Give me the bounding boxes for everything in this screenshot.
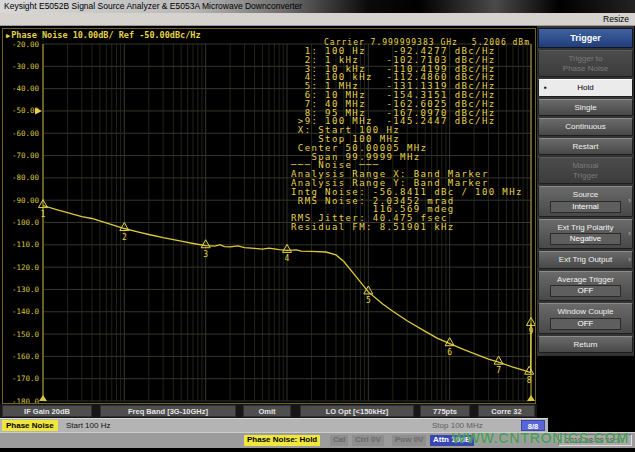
softkey-restart[interactable]: Restart (538, 138, 633, 156)
watermark: www.cntronics.com (452, 430, 629, 446)
softkey-label: Window Couple (541, 307, 630, 317)
softkey-label: Hold (541, 83, 630, 93)
softkey-trigger-to-phase-noise: Trigger toPhase Noise (538, 50, 633, 77)
softkey-value: OFF (550, 285, 621, 297)
trace-marker-8[interactable]: 8 (525, 366, 534, 385)
softkey-value: Internal (550, 201, 621, 213)
status-segment-corre-32: Corre 32 (478, 405, 535, 417)
svg-text:7: 7 (496, 366, 501, 375)
instrument-screen: -20.00-30.00-40.00-50.00-60.00-70.00-80.… (0, 26, 635, 452)
selected-bullet-icon: ▪ (544, 83, 547, 92)
marker-info-readout: 1: 100 Hz -92.4277 dBc/Hz 2: 1 kHz -102.… (291, 47, 523, 232)
sweep-stop-label: Stop 100 MHz (432, 421, 483, 430)
submenu-arrow-icon: › (628, 196, 631, 205)
softkey-hold[interactable]: ▪Hold (538, 79, 633, 97)
status-segment-775pts: 775pts (420, 405, 470, 417)
window-title: Keysight E5052B Signal Source Analyzer &… (4, 1, 302, 11)
softkey-continuous[interactable]: Continuous (538, 118, 633, 136)
power-voltage-indicator: Pow 0V (392, 435, 426, 446)
softkey-ext-trig-polarity[interactable]: Ext Trig PolarityNegative› (538, 219, 633, 250)
window-titlebar[interactable]: Keysight E5052B Signal Source Analyzer &… (0, 0, 635, 13)
softkey-ext-trig-output[interactable]: Ext Trig Output› (538, 251, 633, 269)
softkey-label: Phase Noise (541, 64, 630, 74)
softkey-label: Ext Trig Output (541, 255, 630, 265)
svg-text:2: 2 (122, 233, 127, 242)
softkey-average-trigger[interactable]: Average TriggerOFF (538, 271, 633, 302)
softkey-value: Negative (550, 233, 621, 245)
svg-text:3: 3 (203, 250, 208, 259)
softkey-label: Single (541, 103, 630, 113)
status-segment-lo-opt-150khz: LO Opt [<150kHz] (300, 405, 414, 417)
softkey-label: Trigger (541, 171, 630, 181)
softkey-single[interactable]: Single (538, 99, 633, 117)
ctrl-voltage-indicator: Ctrl 0V (352, 435, 384, 446)
softkey-manual-trigger: ManualTrigger (538, 157, 633, 184)
softkey-label: Continuous (541, 122, 630, 132)
softkey-label: Source (541, 190, 630, 200)
trace-scale-label: Phase Noise 10.00dB/ Ref -50.00dBc/Hz (11, 30, 200, 40)
softkey-source[interactable]: SourceInternal› (538, 186, 633, 217)
y-axis-tick: -110.0 (12, 240, 40, 249)
softkey-label: Return (541, 340, 630, 350)
measurement-mode-badge[interactable]: Phase Noise (2, 420, 58, 431)
y-axis-tick: -130.0 (12, 285, 40, 294)
softkey-label: Manual (541, 161, 630, 171)
submenu-arrow-icon: › (628, 255, 631, 264)
svg-text:6: 6 (447, 348, 452, 357)
phase-noise-trace-window[interactable]: -20.00-30.00-40.00-50.00-60.00-70.00-80.… (2, 28, 536, 404)
status-segment-if-gain-20db: IF Gain 20dB (2, 405, 92, 417)
svg-text:4: 4 (285, 254, 290, 263)
window-menubar: Resize (0, 13, 635, 26)
active-trace-icon: ▶ (6, 32, 10, 40)
y-axis-tick: -20.00 (12, 40, 40, 49)
softkey-return[interactable]: Return (538, 336, 633, 354)
softkey-menu: Trigger Trigger toPhase Noise▪HoldSingle… (537, 26, 634, 356)
y-axis-tick: -120.0 (12, 263, 40, 272)
trigger-state-badge: Phase Noise: Hold (244, 435, 320, 446)
y-axis-tick: -40.00 (12, 84, 40, 93)
measurement-status-bar: IF Gain 20dBFreq Band [3G-10GHz]OmitLO O… (0, 404, 537, 418)
y-axis-tick: -180.0 (12, 397, 40, 404)
y-axis-tick: -150.0 (12, 330, 40, 339)
softkey-label: Restart (541, 142, 630, 152)
trace-header: ▶Phase Noise 10.00dB/ Ref -50.00dBc/Hz (6, 30, 201, 40)
y-axis-tick: -90.00 (12, 196, 40, 205)
y-axis-tick: -160.0 (12, 352, 40, 361)
y-axis-tick: -70.00 (12, 151, 40, 160)
softkey-window-couple[interactable]: Window CoupleOFF (538, 303, 633, 334)
y-axis-tick: -100.0 (12, 218, 40, 227)
svg-text:8: 8 (527, 376, 532, 385)
status-segment-omit: Omit (243, 405, 291, 417)
resize-menu-item[interactable]: Resize (603, 14, 629, 24)
sweep-start-label: Start 100 Hz (66, 421, 110, 430)
status-segment-freq-band-3g-10ghz: Freq Band [3G-10GHz] (100, 405, 236, 417)
y-axis-tick: -140.0 (12, 307, 40, 316)
y-axis-tick: -30.00 (12, 62, 40, 71)
y-axis-tick: -60.00 (12, 129, 40, 138)
y-axis-tick: -80.00 (12, 173, 40, 182)
y-axis-tick: -170.0 (12, 374, 40, 383)
softkey-label: Average Trigger (541, 275, 630, 285)
svg-text:9: 9 (529, 327, 534, 336)
cal-indicator: Cal (330, 435, 348, 446)
submenu-arrow-icon: › (628, 229, 631, 238)
svg-text:5: 5 (366, 296, 371, 305)
softkey-column: Trigger Trigger toPhase Noise▪HoldSingle… (537, 26, 635, 452)
softkey-value: OFF (550, 318, 621, 330)
softkey-menu-title: Trigger (538, 28, 633, 48)
softkey-label: Ext Trig Polarity (541, 223, 630, 233)
softkey-label: Trigger to (541, 54, 630, 64)
svg-text:1: 1 (41, 210, 46, 219)
